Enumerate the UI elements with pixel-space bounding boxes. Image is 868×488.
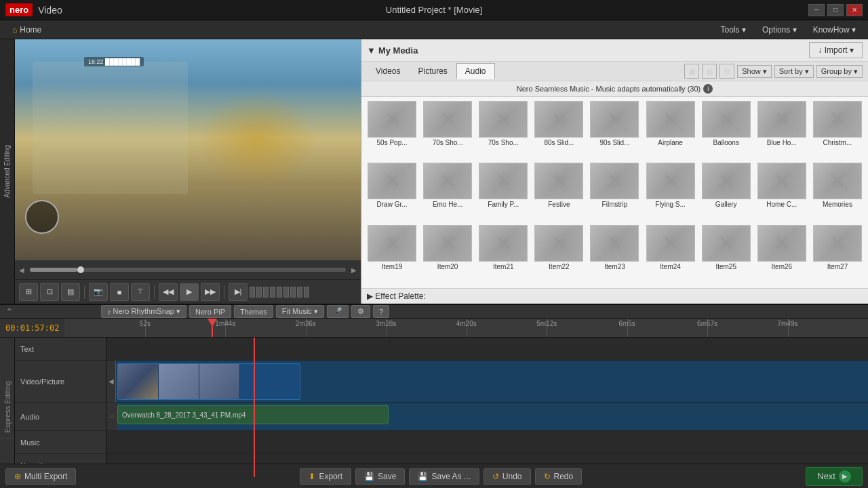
show-dropdown[interactable]: Show ▾: [737, 65, 772, 78]
media-item-16[interactable]: Home C...: [755, 163, 808, 222]
tab-pictures[interactable]: Pictures: [409, 63, 456, 79]
separator-3: [224, 285, 224, 299]
rhythm-snap-btn[interactable]: ♪ Nero RhythmSnap ▾: [101, 305, 186, 318]
display-settings-button[interactable]: ⊞: [19, 283, 38, 301]
home-menu[interactable]: ⌂ Home: [5, 22, 48, 37]
media-thumb-13: [590, 163, 639, 199]
track-expand-btn[interactable]: ◀: [106, 361, 116, 402]
tools-menu[interactable]: Tools ▾: [714, 22, 753, 37]
save-as-button[interactable]: 💾 Save As ...: [409, 468, 479, 485]
info-icon[interactable]: i: [703, 84, 713, 94]
media-item-19[interactable]: Item20: [421, 225, 474, 284]
media-item-10[interactable]: Emo He...: [421, 163, 474, 222]
import-button[interactable]: ↓ Import ▾: [809, 42, 863, 58]
collapse-timeline-btn[interactable]: ⌃: [5, 306, 14, 317]
media-item-12[interactable]: Festive: [532, 163, 585, 222]
media-item-17[interactable]: Memories: [811, 163, 864, 222]
play-button[interactable]: ▶: [180, 283, 199, 301]
separator-2: [154, 285, 155, 299]
media-item-0[interactable]: 50s Pop...: [366, 101, 418, 160]
effect-palette[interactable]: ▶ Effect Palette:: [361, 288, 868, 304]
group-dropdown[interactable]: Group by ▾: [816, 65, 863, 78]
media-item-26[interactable]: Item27: [811, 225, 864, 284]
media-item-2[interactable]: 70s Sho...: [477, 101, 530, 160]
media-item-22[interactable]: Item23: [588, 225, 641, 284]
maximize-button[interactable]: □: [827, 4, 844, 16]
media-item-6[interactable]: Balloons: [700, 101, 753, 160]
media-item-24[interactable]: Item25: [700, 225, 753, 284]
themes-btn[interactable]: Themes: [234, 305, 273, 318]
tab-audio[interactable]: Audio: [456, 63, 495, 79]
snapshot-button[interactable]: 📷: [89, 283, 108, 301]
media-item-14[interactable]: Flying S...: [644, 163, 697, 222]
media-label-18: Item19: [368, 263, 416, 270]
video-thumb-1: [118, 364, 159, 399]
multi-export-button[interactable]: ⊕ Multi Export: [5, 468, 76, 485]
save-icon: 💾: [364, 472, 374, 481]
media-toolbar: ▦ ▤ ▥ Show ▾ Sort by ▾ Group by ▾: [684, 64, 863, 79]
app-name: Video: [38, 5, 62, 16]
knowhow-menu[interactable]: KnowHow ▾: [806, 22, 863, 37]
detail-view-btn[interactable]: ▥: [719, 64, 734, 79]
media-item-3[interactable]: 80s Slid...: [532, 101, 585, 160]
media-item-21[interactable]: Item22: [532, 225, 585, 284]
video-clip[interactable]: [117, 363, 300, 400]
end-button[interactable]: ▶|: [229, 283, 248, 301]
settings-btn[interactable]: ⚙: [351, 305, 370, 318]
media-item-7[interactable]: Blue Ho...: [755, 101, 808, 160]
crop-button[interactable]: ⊡: [40, 283, 59, 301]
help-btn[interactable]: ?: [373, 305, 389, 318]
ruler-label-0: 52s: [140, 320, 151, 327]
fit-music-btn[interactable]: Fit Music ▾: [276, 305, 324, 318]
grid-view-btn[interactable]: ▦: [684, 64, 699, 79]
mic-btn[interactable]: 🎤: [327, 305, 349, 318]
audio-clip[interactable]: Overwatch 8_28_2017 3_43_41 PM.mp4: [117, 405, 389, 424]
next-frame-button[interactable]: ▶▶: [201, 283, 220, 301]
stop-button[interactable]: ■: [110, 283, 129, 301]
track-labels: Text Video/Picture Audio Music Narration: [15, 338, 106, 477]
chapter-button[interactable]: ▤: [61, 283, 80, 301]
timeline-toolbar-left: ⌃: [5, 306, 97, 317]
pip-btn[interactable]: Nero PiP: [189, 305, 231, 318]
ruler-label-3: 3m28s: [376, 320, 396, 327]
media-label-20: Item21: [479, 263, 528, 270]
media-item-11[interactable]: Family P...: [477, 163, 530, 222]
next-button[interactable]: Next ▶: [806, 467, 863, 486]
media-item-20[interactable]: Item21: [477, 225, 530, 284]
media-item-18[interactable]: Item19: [366, 225, 418, 284]
tab-videos[interactable]: Videos: [367, 63, 409, 79]
audio-lock-btn[interactable]: □: [106, 403, 117, 430]
media-item-4[interactable]: 90s Slid...: [588, 101, 641, 160]
media-item-15[interactable]: Gallery: [700, 163, 753, 222]
title-bar: nero Video Untitled Project * [Movie] ─ …: [0, 0, 868, 20]
close-button[interactable]: ✕: [846, 4, 863, 16]
ruler-label-2: 2m36s: [296, 320, 316, 327]
timeline-ruler-bar[interactable]: 52s1m44s2m36s3m28s4m20s5m12s6m5s6m57s7m4…: [64, 319, 868, 338]
mark-2: [256, 287, 262, 298]
media-item-13[interactable]: Filmstrip: [588, 163, 641, 222]
export-button[interactable]: ⬆ Export: [300, 468, 351, 485]
media-item-1[interactable]: 70s Sho...: [421, 101, 474, 160]
track-label-music: Music: [15, 431, 106, 454]
media-label-10: Emo He...: [423, 201, 472, 208]
save-button[interactable]: 💾 Save: [355, 468, 405, 485]
undo-button[interactable]: ↺ Undo: [484, 468, 531, 485]
media-item-23[interactable]: Item24: [644, 225, 697, 284]
split-button[interactable]: ⊤: [131, 283, 150, 301]
preview-area: 16:22 ████████ ◀ ▶ ⊞ ⊡ ▤ 📷 ■ ⊤ ◀◀ ▶ ▶▶ ▶…: [15, 39, 361, 304]
media-thumb-9: [368, 163, 416, 199]
media-thumb-19: [423, 225, 472, 262]
media-item-25[interactable]: Item26: [755, 225, 808, 284]
sort-dropdown[interactable]: Sort by ▾: [774, 65, 814, 78]
media-item-9[interactable]: Draw Gr...: [366, 163, 418, 222]
track-marks: [250, 287, 309, 298]
minimize-button[interactable]: ─: [808, 4, 825, 16]
options-menu[interactable]: Options ▾: [755, 22, 804, 37]
prev-frame-button[interactable]: ◀◀: [159, 283, 178, 301]
media-label-2: 70s Sho...: [479, 139, 528, 146]
list-view-btn[interactable]: ▤: [702, 64, 717, 79]
redo-button[interactable]: ↻ Redo: [535, 468, 583, 485]
media-item-5[interactable]: Airplane: [644, 101, 697, 160]
progress-bar-container[interactable]: [30, 268, 346, 272]
media-item-8[interactable]: Christm...: [811, 101, 864, 160]
